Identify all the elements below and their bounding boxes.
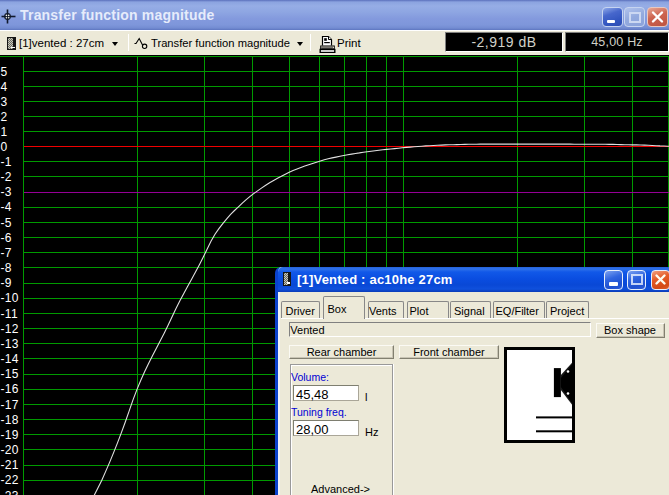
svg-text:-1: -1 [1, 155, 12, 169]
svg-text:2: 2 [1, 110, 8, 124]
svg-text:0: 0 [1, 140, 8, 154]
svg-text:-21: -21 [1, 458, 19, 472]
svg-text:-12: -12 [1, 322, 19, 336]
svg-text:-5: -5 [1, 216, 12, 230]
svg-text:-11: -11 [1, 307, 18, 321]
svg-text:-6: -6 [1, 231, 12, 245]
svg-text:-8: -8 [1, 261, 12, 275]
svg-text:3: 3 [1, 95, 8, 109]
svg-text:-22: -22 [1, 473, 19, 487]
svg-text:-3: -3 [1, 185, 12, 199]
svg-text:-20: -20 [1, 443, 19, 457]
svg-text:-18: -18 [1, 413, 19, 427]
svg-text:-14: -14 [1, 352, 19, 366]
svg-text:-16: -16 [1, 382, 19, 396]
svg-text:4: 4 [1, 80, 8, 94]
svg-text:-4: -4 [1, 200, 12, 214]
svg-text:-9: -9 [1, 276, 12, 290]
svg-text:-2: -2 [1, 170, 12, 184]
svg-text:-19: -19 [1, 428, 19, 442]
svg-text:-13: -13 [1, 337, 19, 351]
svg-text:-10: -10 [1, 291, 19, 305]
svg-text:-15: -15 [1, 367, 19, 381]
svg-text:-23: -23 [1, 489, 19, 495]
svg-text:-17: -17 [1, 398, 19, 412]
svg-text:5: 5 [1, 65, 8, 79]
svg-text:1: 1 [1, 125, 8, 139]
svg-text:-7: -7 [1, 246, 12, 260]
